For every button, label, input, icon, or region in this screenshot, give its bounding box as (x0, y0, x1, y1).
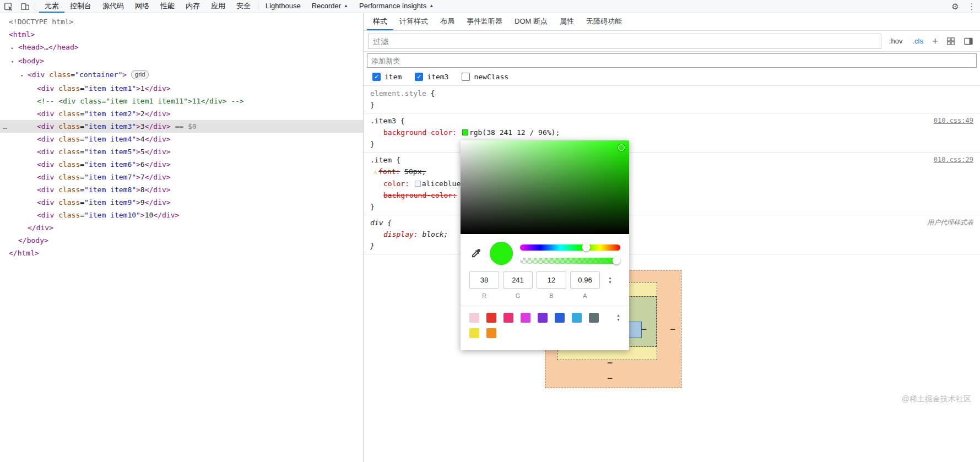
devtools-tab-控制台[interactable]: 控制台 (64, 0, 97, 13)
red-channel-input[interactable] (469, 271, 499, 289)
property-value[interactable]: aliceblue; (422, 180, 465, 188)
expand-arrow-icon[interactable]: ▸ (11, 42, 18, 55)
class-checkbox[interactable]: ✓ (415, 73, 423, 81)
palette-swatch[interactable] (486, 313, 496, 323)
property-name[interactable]: font: (378, 167, 400, 176)
new-style-rule-button[interactable]: + (931, 36, 939, 46)
palette-swatch[interactable] (469, 328, 479, 338)
devtools-tab-Performance insights[interactable]: Performance insights▲ (354, 0, 439, 13)
dom-tree-row[interactable]: </body> (0, 234, 363, 247)
inspect-element-icon[interactable] (0, 0, 17, 13)
devtools-tab-安全[interactable]: 安全 (231, 0, 256, 13)
rule-header[interactable]: 010.css:49 .item3 { (370, 115, 973, 127)
stepper-up-icon[interactable]: ▲ (608, 276, 612, 280)
dom-tree-row[interactable]: <div class="item item4">4</div> (0, 133, 363, 145)
dom-tree-row[interactable]: <div class="item item9">9</div> (0, 196, 363, 209)
devtools-tab-内存[interactable]: 内存 (180, 0, 205, 13)
palette-swatch[interactable] (503, 313, 513, 323)
blue-channel-input[interactable] (537, 271, 566, 289)
css-selector[interactable]: element.style (370, 89, 426, 97)
devtools-tab-性能[interactable]: 性能 (155, 0, 180, 13)
alpha-slider[interactable] (520, 258, 620, 264)
collapse-arrow-icon[interactable]: ▾ (11, 56, 18, 68)
styles-tab-事件监听器[interactable]: 事件监听器 (461, 13, 508, 30)
dom-tree-row[interactable]: <!-- <div class="item item1 item11">11</… (0, 95, 363, 107)
dom-tree-row[interactable]: ▸<head>…</head> (0, 41, 363, 55)
toggle-element-state-button[interactable]: :hov (887, 36, 905, 46)
devtools-tab-网络[interactable]: 网络 (129, 0, 155, 13)
alpha-slider-thumb[interactable] (612, 257, 620, 265)
styles-tab-DOM 断点[interactable]: DOM 断点 (508, 13, 554, 30)
css-selector[interactable]: div (370, 219, 383, 227)
css-selector[interactable]: .item (370, 156, 392, 164)
color-swatch[interactable] (462, 129, 468, 135)
rendering-grid-icon[interactable] (945, 35, 957, 47)
stylesheet-link[interactable]: 010.css:49 (934, 115, 973, 127)
dom-tree-row[interactable]: ▾<div class="container">grid (0, 68, 363, 82)
styles-filter-input[interactable] (368, 34, 881, 49)
stepper-up-icon[interactable]: ▲ (616, 313, 620, 318)
rule-header[interactable]: element.style { (370, 88, 973, 99)
add-class-input[interactable] (367, 53, 977, 68)
stepper-down-icon[interactable]: ▼ (616, 318, 620, 322)
device-toolbar-icon[interactable] (17, 0, 33, 13)
property-name[interactable]: display: (383, 230, 418, 238)
saturation-area[interactable] (461, 140, 629, 234)
element-classes-button[interactable]: .cls (910, 36, 925, 46)
property-value[interactable]: block; (422, 230, 448, 238)
dom-tree-row[interactable]: <div class="item item5">5</div> (0, 145, 363, 158)
node-options-icon[interactable]: … (3, 120, 7, 133)
property-value[interactable]: 50px; (404, 167, 426, 176)
palette-stepper[interactable]: ▲ ▼ (616, 313, 620, 322)
dom-tree-row[interactable]: …<div class="item item3">3</div> == $0 (0, 120, 363, 133)
property-name[interactable]: background-color: (383, 191, 457, 199)
collapse-arrow-icon[interactable]: ▾ (20, 69, 28, 82)
devtools-tab-应用[interactable]: 应用 (205, 0, 231, 13)
devtools-tab-Recorder[interactable]: Recorder▲ (306, 0, 354, 13)
dom-tree-row[interactable]: ▾<body> (0, 55, 363, 68)
eyedropper-icon[interactable] (469, 247, 483, 259)
styles-tab-无障碍功能[interactable]: 无障碍功能 (580, 13, 628, 30)
color-format-stepper[interactable]: ▲ ▼ (608, 276, 612, 285)
hue-slider[interactable] (520, 244, 620, 251)
css-selector[interactable]: .item3 (370, 117, 396, 125)
stepper-down-icon[interactable]: ▼ (608, 280, 612, 285)
property-name[interactable]: background-color: (383, 128, 457, 137)
kebab-menu-icon[interactable]: ⋮ (963, 0, 980, 13)
devtools-tab-元素[interactable]: 元素 (39, 0, 64, 13)
dom-tree-row[interactable]: <div class="item item10">10</div> (0, 209, 363, 221)
dom-tree-row[interactable]: <div class="item item6">6</div> (0, 158, 363, 171)
devtools-tab-Lighthouse[interactable]: Lighthouse (260, 0, 306, 13)
styles-tab-布局[interactable]: 布局 (434, 13, 461, 30)
saturation-thumb[interactable] (618, 144, 625, 151)
styles-tab-属性[interactable]: 属性 (554, 13, 580, 30)
grid-badge[interactable]: grid (131, 70, 149, 79)
computed-sidebar-toggle-icon[interactable] (962, 35, 974, 47)
class-checkbox[interactable]: ✓ (372, 73, 381, 81)
dom-tree-row[interactable]: <div class="item item7">7</div> (0, 171, 363, 183)
settings-gear-icon[interactable]: ⚙ (947, 0, 963, 13)
dom-tree-row[interactable]: <div class="item item1">1</div> (0, 82, 363, 95)
palette-swatch[interactable] (486, 328, 496, 338)
styles-tab-计算样式[interactable]: 计算样式 (393, 13, 434, 30)
palette-swatch[interactable] (521, 313, 530, 323)
dom-tree-row[interactable]: </html> (0, 247, 363, 259)
devtools-tab-源代码[interactable]: 源代码 (97, 0, 129, 13)
class-toggle-newClass[interactable]: newClass (462, 73, 508, 81)
css-declaration[interactable]: background-color: rgb(38 241 12 / 96%); (370, 127, 973, 138)
class-checkbox[interactable] (462, 73, 470, 81)
stylesheet-link[interactable]: 010.css:29 (934, 154, 973, 166)
palette-swatch[interactable] (538, 313, 548, 323)
property-name[interactable]: color: (383, 180, 409, 188)
dom-tree-row[interactable]: <!DOCTYPE html> (0, 15, 363, 28)
property-value[interactable]: rgb(38 241 12 / 96%); (469, 128, 560, 137)
palette-swatch[interactable] (572, 313, 582, 323)
palette-swatch[interactable] (589, 313, 599, 323)
alpha-channel-input[interactable] (570, 271, 600, 289)
palette-swatch[interactable] (469, 313, 479, 323)
class-toggle-item3[interactable]: ✓item3 (415, 73, 448, 81)
hue-slider-thumb[interactable] (582, 243, 591, 252)
color-swatch[interactable] (415, 181, 421, 187)
class-toggle-item[interactable]: ✓item (372, 73, 402, 81)
styles-tab-样式[interactable]: 样式 (367, 13, 393, 30)
